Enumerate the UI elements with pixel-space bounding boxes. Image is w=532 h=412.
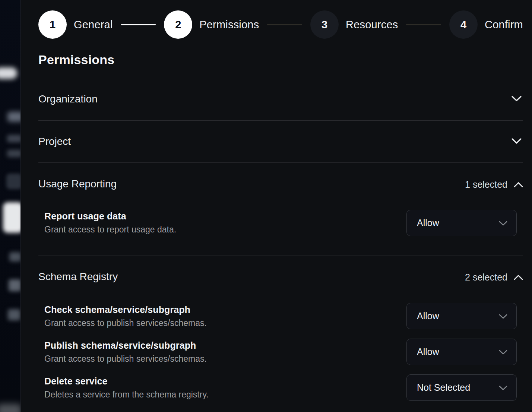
permission-description: Grant access to report usage data. bbox=[44, 225, 176, 235]
chevron-up-icon bbox=[514, 182, 523, 189]
permission-title: Publish schema/service/subgraph bbox=[44, 340, 196, 351]
chevron-down-icon bbox=[499, 314, 507, 320]
blurred-nav-text bbox=[7, 150, 20, 157]
wizard-step-permissions[interactable]: 2 Permissions bbox=[164, 10, 259, 39]
divider bbox=[38, 120, 523, 121]
select-value: Allow bbox=[417, 218, 439, 228]
step-label: Permissions bbox=[199, 19, 259, 31]
selected-count-badge: 2 selected bbox=[465, 272, 507, 283]
section-header-organization[interactable]: Organization bbox=[38, 93, 98, 105]
create-access-token-panel: 1 General 2 Permissions 3 Resources 4 Co… bbox=[20, 0, 532, 412]
permission-description: Grant access to publish services/schemas… bbox=[44, 354, 207, 364]
select-value: Not Selected bbox=[417, 382, 470, 393]
step-number-badge: 4 bbox=[449, 10, 478, 39]
section-header-project[interactable]: Project bbox=[38, 136, 71, 148]
step-connector bbox=[406, 24, 441, 25]
wizard-step-resources[interactable]: 3 Resources bbox=[310, 10, 398, 39]
select-value: Allow bbox=[417, 311, 439, 321]
blurred-nav-text bbox=[9, 252, 20, 262]
section-header-usage-reporting[interactable]: Usage Reporting bbox=[38, 178, 117, 190]
permission-select-report-usage-data[interactable]: Allow bbox=[406, 210, 517, 236]
wizard-step-confirm[interactable]: 4 Confirm bbox=[449, 10, 523, 39]
step-label: General bbox=[74, 19, 113, 31]
wizard-step-general[interactable]: 1 General bbox=[38, 10, 113, 39]
section-toggle-schema-registry[interactable]: 2 selected bbox=[465, 272, 523, 283]
permission-select-publish-schema[interactable]: Allow bbox=[406, 339, 517, 365]
section-header-schema-registry[interactable]: Schema Registry bbox=[38, 271, 118, 283]
permission-title: Report usage data bbox=[44, 211, 126, 222]
divider bbox=[38, 256, 523, 256]
permission-description: Deletes a service from the schema regist… bbox=[44, 390, 209, 400]
blurred-badge bbox=[0, 67, 17, 79]
permission-title: Check schema/service/subgraph bbox=[44, 304, 190, 315]
section-toggle-usage-reporting[interactable]: 1 selected bbox=[465, 179, 523, 190]
page-title: Permissions bbox=[38, 53, 114, 67]
step-connector bbox=[121, 24, 156, 25]
step-number-badge: 1 bbox=[38, 10, 67, 39]
permission-title: Delete service bbox=[44, 376, 108, 387]
blurred-nav-text bbox=[9, 279, 20, 291]
selected-count-badge: 1 selected bbox=[465, 179, 507, 190]
chevron-down-icon[interactable] bbox=[512, 138, 522, 146]
blurred-avatar-tile bbox=[3, 202, 20, 233]
permission-select-check-schema[interactable]: Allow bbox=[406, 303, 517, 329]
step-connector bbox=[267, 24, 302, 25]
blurred-nav-text bbox=[8, 309, 20, 320]
blurred-icon-tile bbox=[6, 174, 20, 189]
step-label: Confirm bbox=[485, 19, 523, 31]
blurred-background-sidebar bbox=[0, 0, 20, 412]
blurred-footer-item bbox=[0, 404, 20, 412]
step-number-badge: 2 bbox=[164, 10, 192, 39]
step-number-badge: 3 bbox=[310, 10, 339, 39]
blurred-nav-text bbox=[7, 135, 20, 142]
chevron-down-icon[interactable] bbox=[512, 96, 522, 103]
chevron-down-icon bbox=[499, 385, 507, 392]
step-label: Resources bbox=[346, 19, 398, 31]
chevron-up-icon bbox=[514, 275, 523, 282]
divider bbox=[38, 162, 523, 163]
select-value: Allow bbox=[417, 346, 439, 357]
permission-description: Grant access to publish services/schemas… bbox=[44, 318, 207, 328]
chevron-down-icon bbox=[499, 349, 507, 356]
blurred-nav-text bbox=[7, 112, 20, 122]
chevron-down-icon bbox=[499, 221, 507, 227]
permission-select-delete-service[interactable]: Not Selected bbox=[406, 374, 517, 401]
wizard-stepper: 1 General 2 Permissions 3 Resources 4 Co… bbox=[38, 10, 523, 39]
